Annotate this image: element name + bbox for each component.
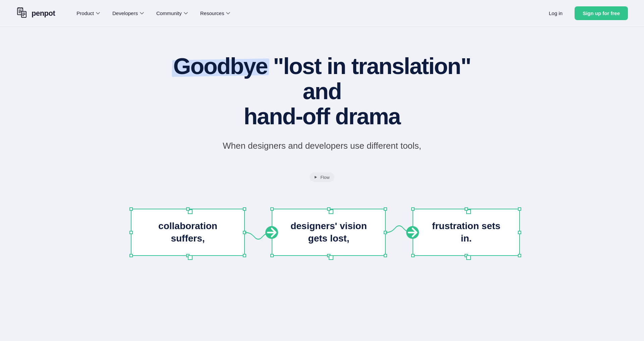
mid-bm-3 [465,254,468,257]
arrow-circle-2 [406,226,419,239]
flow-box-3: frustration sets in. [413,209,520,256]
connector-1 [245,219,272,246]
logo-text: penpot [32,9,55,18]
mid-tm-2 [327,207,330,211]
hero-section: Goodbye "lost in translation" andhand-of… [0,27,644,316]
logo-link[interactable]: penpot [16,7,55,19]
nav-product[interactable]: Product [71,8,106,19]
hero-subtitle: When designers and developers use differ… [223,139,421,152]
hero-title-rest: "lost in translation" andhand-off drama [244,53,471,129]
corner-tr-3 [518,207,521,211]
corner-tl-3 [411,207,415,211]
nav-community[interactable]: Community [151,8,194,19]
mid-tm-3 [465,207,468,211]
corner-br-2 [384,254,387,257]
flow-box-2: designers' vision gets lost, [272,209,386,256]
community-chevron-icon [183,11,188,16]
mid-mr-3 [518,231,521,234]
corner-tr-1 [243,207,246,211]
mid-ml-1 [129,231,133,234]
mid-tm-1 [186,207,190,211]
corner-tl-1 [129,207,133,211]
corner-br-1 [243,254,246,257]
resources-chevron-icon [226,11,230,16]
hero-title: Goodbye "lost in translation" andhand-of… [171,54,473,129]
mid-bm-1 [186,254,190,257]
flow-box-3-text: frustration sets in. [413,209,519,255]
corner-bl-3 [411,254,415,257]
connector-2 [386,219,413,246]
flow-section: Flow collaboration suffers, [104,173,540,296]
flow-box-2-text: designers' vision gets lost, [272,209,385,255]
hero-title-goodbye: Goodbye [173,54,268,79]
flow-label: Flow [310,173,334,182]
nav-developers[interactable]: Developers [107,8,150,19]
nav-right: Log in Sign up for free [545,6,628,20]
flow-diagram: collaboration suffers, [131,189,513,296]
nav-resources[interactable]: Resources [195,8,236,19]
corner-tl-2 [270,207,274,211]
signup-button[interactable]: Sign up for free [575,6,628,20]
navbar: penpot Product Developers Community Reso… [0,0,644,27]
product-chevron-icon [96,11,100,16]
corner-bl-1 [129,254,133,257]
arrow-circle-1 [265,226,278,239]
corner-br-3 [518,254,521,257]
corner-tr-2 [384,207,387,211]
login-button[interactable]: Log in [545,8,567,19]
nav-links: Product Developers Community Resources [71,8,545,19]
mid-bm-2 [327,254,330,257]
logo-icon [16,7,28,19]
flow-box-1: collaboration suffers, [131,209,245,256]
play-icon [313,175,318,180]
developers-chevron-icon [140,11,144,16]
flow-box-1-text: collaboration suffers, [131,209,244,255]
corner-bl-2 [270,254,274,257]
